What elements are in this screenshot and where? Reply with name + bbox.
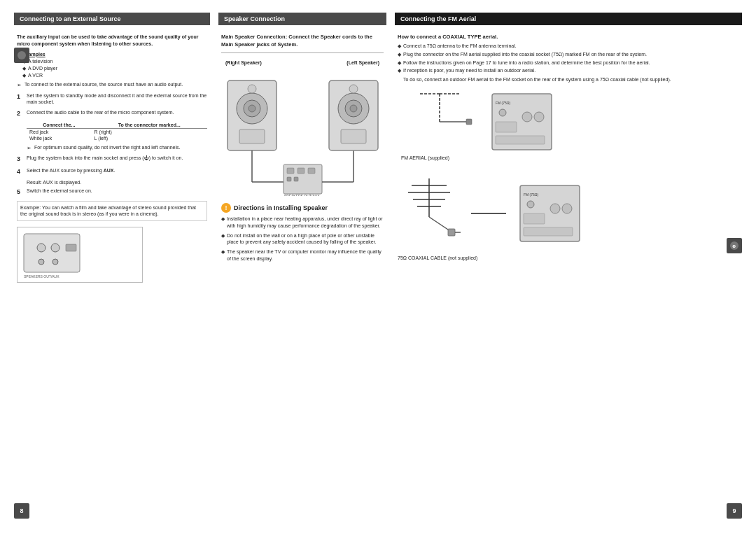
external-source-content: The auxiliary input can be used to take … [14,34,210,283]
connect-row2-right: L (left) [92,135,207,141]
svg-point-55 [550,204,560,213]
speaker-diagram-svg: SPEAKERS OUT/AUX [224,66,382,196]
rear-panel-diagram: SPEAKERS OUT/AUX [17,227,143,283]
svg-point-37 [499,109,506,116]
example-box-text: Example: You can watch a film and take a… [20,205,196,217]
intro-text: The auxiliary input can be used to take … [17,34,207,48]
fm-aerial-header: Connecting the FM Aerial [395,13,742,25]
optimum-text: For optimum sound quality, do not invert… [34,144,180,152]
fm-aerial-label: FM AERIAL (supplied) [401,155,449,160]
speaker-connection-header: Speaker Connection [218,13,386,25]
svg-rect-20 [294,177,298,181]
rear-panel-top: FM (75Ω) [489,90,555,153]
svg-point-53 [527,201,534,208]
external-source-title: Connecting to an External Source [20,15,121,22]
step-1: 1 Set the system to standby mode and dis… [17,92,207,106]
svg-point-12 [248,85,256,93]
page-icon-svg: ⊕ [729,241,739,251]
rear-panel-bottom-svg: FM (75Ω) [517,182,583,245]
svg-rect-0 [24,234,80,272]
speaker-diagram-area: (Right Speaker) (Left Speaker) [221,57,384,199]
fm-bullet-1: ◆ Connect a 75Ω antenna to the FM antenn… [398,43,739,50]
directions-list: ◆ Installation in a place near heating a… [221,216,384,262]
speaker-connection-title: Speaker Connection [224,15,285,22]
fm-aerial-svg [398,90,482,153]
fm-bullet-2-text: Plug the connector on the FM aerial supp… [403,51,647,58]
svg-rect-16 [287,168,294,174]
connect-row1-left: Red jack [27,128,92,135]
fm-section-content: How to connect a COAXIAL TYPE aerial. ◆ … [395,34,742,261]
step-list: 1 Set the system to standby mode and dis… [17,92,207,197]
example-1: ◆ A television [22,58,207,65]
example-2: ◆ A DVD player [22,65,207,72]
step-2-text: Connect the audio cable to the rear of t… [27,109,207,118]
step-5-num: 5 [17,188,24,197]
svg-point-40 [534,112,544,122]
page-badge-left-icon [14,48,29,63]
example-3: ◆ A VCR [22,72,207,79]
svg-point-2 [51,244,59,252]
external-source-header: Connecting to an External Source [14,13,210,25]
divider [221,52,384,53]
right-column: Connecting the FM Aerial How to connect … [395,13,742,521]
arrow-icon: ➢ [17,81,22,89]
fm-bullets: ◆ Connect a 75Ω antenna to the FM antenn… [398,43,739,74]
step-1-num: 1 [17,92,24,106]
connect-row1-right: R (right) [92,128,207,135]
example-box: Example: You can watch a film and take a… [17,201,207,222]
left-icon-svg [17,50,27,60]
result-note: Result: AUX is displayed. [27,179,207,186]
right-speaker-label: (Right Speaker) [225,60,262,65]
fm-diagram-row-1: FM (75Ω) [398,90,739,153]
svg-text:⊕: ⊕ [732,244,736,248]
svg-rect-41 [496,136,545,144]
svg-point-39 [522,112,532,122]
svg-rect-17 [298,168,304,174]
outdoor-aerial-svg [398,175,461,252]
step-4: 4 Select the AUX source by pressing AUX. [17,167,207,176]
note-text: To connect to the external source, the s… [24,81,183,89]
speaker-labels-row: (Right Speaker) (Left Speaker) [225,60,379,65]
mid-column: Speaker Connection Main Speaker Connecti… [218,13,386,521]
fm-diagram-2-inner: FM (75Ω) [398,175,739,252]
fm-aerial-title: Connecting the FM Aerial [400,15,476,22]
fm-note: To do so, connect an outdoor FM aerial t… [403,76,739,83]
fm-bullet-3: ◆ Follow the instructions given on Page … [398,59,739,66]
svg-text:FM (75Ω): FM (75Ω) [496,101,511,105]
svg-rect-57 [524,227,573,236]
table-row: White jack L (left) [27,135,207,141]
fm-bullet-2: ◆ Plug the connector on the FM aerial su… [398,51,739,58]
rear-panel-svg: SPEAKERS OUT/AUX [20,230,139,279]
speaker-connection-note: Main Speaker Connection: Connect the Spe… [221,34,384,48]
fm-how-to: How to connect a COAXIAL TYPE aerial. [398,34,739,40]
directions-header: ! Directions in Installing Speaker [221,203,384,213]
svg-text:SPEAKERS OUT/AUX: SPEAKERS OUT/AUX [24,274,59,279]
direction-1: ◆ Installation in a place near heating a… [221,216,384,230]
svg-point-1 [37,244,46,252]
note-block: ➢ To connect to the external source, the… [17,81,207,89]
step-3-text: Plug the system back into the main socke… [27,155,207,164]
arrow-icon-2: ➢ [27,144,31,152]
svg-text:SPEAKERS OUT/AUX: SPEAKERS OUT/AUX [284,194,320,196]
connect-col-right: To the connector marked... [92,122,207,129]
fm-diagram-row-2: FM (75Ω) 75Ω COAXIAL CABLE (not supplied… [398,175,739,261]
step-4-text: Select the AUX source by pressing AUX. [27,167,207,176]
step-3-num: 3 [17,155,24,164]
svg-point-60 [18,51,26,59]
fm-diagrams: FM (75Ω) FM AERIAL (supplied) [398,90,739,261]
step-3: 3 Plug the system back into the main soc… [17,155,207,164]
svg-rect-18 [308,168,315,174]
svg-point-29 [349,85,358,93]
directions-title: Directions in Installing Speaker [234,204,328,211]
svg-point-27 [350,105,357,112]
page-number-right: 9 [727,503,742,519]
fm-aerial-label-wrapper: FM AERIAL (supplied) [401,155,739,161]
coaxial-label-wrapper: 75Ω COAXIAL CABLE (not supplied) [398,255,739,261]
page-number-left: 8 [14,503,29,519]
step-5: 5 Switch the external source on. [17,188,207,197]
svg-rect-48 [448,229,455,236]
direction-1-text: Installation in a place near heating app… [227,216,384,230]
fm-bullet-1-text: Connect a 75Ω antenna to the FM antenna … [403,43,517,50]
svg-rect-11 [239,129,265,143]
rear-panel-top-svg: FM (75Ω) [489,90,555,153]
